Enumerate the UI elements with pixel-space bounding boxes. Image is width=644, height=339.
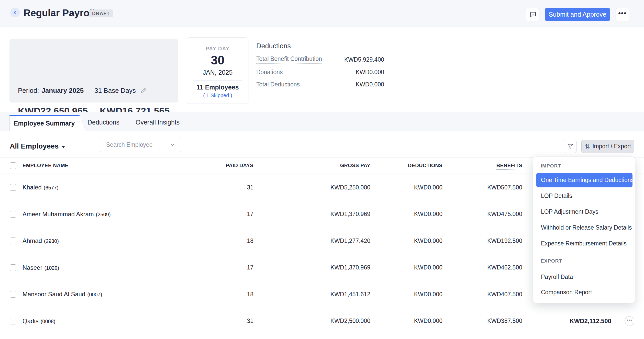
deduction-row: Total Deductions KWD0.000	[256, 80, 384, 88]
search-employee-select[interactable]: Search Employee	[100, 137, 181, 152]
edit-pencil-icon[interactable]	[140, 87, 147, 94]
import-export-menu: IMPORT One Time Earnings and Deductions …	[533, 156, 635, 303]
menu-item-payroll-data[interactable]: Payroll Data	[541, 273, 573, 281]
caret-down-icon	[62, 146, 65, 148]
page-title: Regular Payroll	[24, 8, 95, 19]
period-label: Period:	[18, 87, 39, 95]
tab-overall-insights[interactable]: Overall Insights	[136, 118, 180, 126]
row-more-button[interactable]: •••	[625, 316, 634, 326]
donations-value: KWD0.000	[356, 69, 384, 76]
benefits-cell: KWD462.500	[442, 264, 522, 271]
gross-pay-cell: KWD1,277.420	[253, 238, 370, 244]
deductions-cell: KWD0.000	[370, 211, 442, 218]
ellipsis-icon: •••	[618, 9, 626, 17]
select-all-checkbox[interactable]	[10, 162, 16, 169]
gross-pay-cell: KWD2,500.000	[253, 318, 370, 324]
gross-pay-cell: KWD1,370.969	[253, 264, 370, 271]
row-checkbox[interactable]	[10, 291, 16, 298]
back-button[interactable]	[10, 8, 20, 17]
payday-card: PAY DAY 30 JAN, 2025 11 Employees ( 1 Sk…	[187, 37, 248, 104]
benefits-cell: KWD507.500	[442, 184, 522, 191]
col-gross-pay: GROSS PAY	[253, 163, 370, 168]
payday-title: PAY DAY	[187, 46, 248, 52]
chevron-left-icon	[12, 10, 18, 15]
skipped-employees-link[interactable]: ( 1 Skipped )	[187, 93, 248, 98]
menu-item-expense-reimbursement[interactable]: Expense Reimbursement Details	[541, 239, 627, 247]
deductions-cell: KWD0.000	[370, 291, 442, 298]
row-checkbox[interactable]	[10, 184, 16, 191]
employee-name-cell: Naseer(1029)	[23, 264, 218, 271]
import-export-arrows-icon: ⇅	[585, 143, 590, 150]
menu-divider	[533, 253, 635, 253]
filter-button[interactable]	[564, 140, 577, 153]
total-deductions-label: Total Deductions	[256, 81, 300, 88]
employee-name-cell: Mansoor Saud Al Saud(0007)	[23, 291, 218, 298]
import-export-label: Import / Export	[592, 143, 631, 150]
comments-button[interactable]	[526, 8, 539, 21]
paid-days-cell: 17	[218, 211, 253, 218]
donations-label: Donations	[256, 69, 283, 76]
deductions-cell: KWD0.000	[370, 318, 442, 324]
col-paid-days: PAID DAYS	[218, 163, 253, 168]
menu-export-heading: EXPORT	[541, 258, 562, 264]
paid-days-cell: 31	[218, 184, 253, 191]
chevron-down-icon	[169, 141, 176, 148]
employee-name-cell: Ahmad(2930)	[23, 237, 218, 244]
import-export-button[interactable]: ⇅ Import / Export	[581, 140, 634, 153]
divider	[193, 80, 242, 81]
tab-label: Employee Summary	[9, 116, 79, 130]
employee-name-cell: Qadis(0008)	[23, 318, 218, 325]
gross-pay-cell: KWD1,370.969	[253, 211, 370, 218]
gross-pay-cell: KWD5,250.000	[253, 184, 370, 191]
menu-import-heading: IMPORT	[541, 163, 561, 169]
total-benefit-contribution-value: KWD5,929.400	[344, 56, 384, 63]
ellipsis-icon: •••	[627, 318, 632, 323]
search-placeholder: Search Employee	[106, 141, 153, 148]
benefits-cell: KWD192.500	[442, 238, 522, 244]
menu-item-one-time-earnings[interactable]: One Time Earnings and Deductions	[536, 173, 632, 187]
payday-employee-count: 11 Employees	[187, 84, 248, 91]
submit-and-approve-button[interactable]: Submit and Approve	[545, 8, 610, 21]
net-pay-cell: KWD2,112.500	[522, 318, 611, 325]
payroll-run-page: Regular Payroll DRAFT Submit and Approve…	[0, 0, 644, 339]
deductions-cell: KWD0.000	[370, 238, 442, 244]
deduction-row: Total Benefit Contribution KWD5,929.400	[256, 55, 384, 64]
comment-bubble-icon	[529, 11, 537, 18]
row-checkbox[interactable]	[10, 211, 16, 218]
status-badge: DRAFT	[89, 9, 113, 17]
paid-days-cell: 18	[218, 238, 253, 244]
gross-pay-cell: KWD1,451.612	[253, 291, 370, 298]
period-line: Period: January 2025 31 Base Days	[18, 86, 147, 95]
row-checkbox[interactable]	[10, 318, 16, 324]
benefits-cell: KWD407.500	[442, 291, 522, 298]
row-checkbox[interactable]	[10, 264, 16, 271]
deductions-cell: KWD0.000	[370, 184, 442, 191]
menu-item-comparison-report[interactable]: Comparison Report	[541, 288, 592, 296]
row-actions: •••	[611, 316, 634, 326]
base-days-label: 31 Base Days	[94, 87, 136, 95]
more-options-button[interactable]: •••	[616, 8, 629, 21]
menu-item-lop-adjustment-days[interactable]: LOP Adjustment Days	[541, 208, 598, 216]
group-filter-label: All Employees	[10, 142, 59, 150]
paid-days-cell: 18	[218, 291, 253, 298]
menu-item-lop-details[interactable]: LOP Details	[541, 192, 572, 200]
period-value: January 2025	[41, 87, 84, 95]
total-deductions-value: KWD0.000	[356, 81, 384, 88]
employee-group-filter[interactable]: All Employees	[10, 142, 65, 151]
deductions-cell: KWD0.000	[370, 264, 442, 271]
benefits-cell: KWD475.000	[442, 211, 522, 218]
tab-employee-summary[interactable]: Employee Summary	[9, 115, 86, 131]
funnel-icon	[567, 143, 574, 150]
tab-deductions[interactable]: Deductions	[87, 118, 119, 126]
payday-day: 30	[187, 53, 248, 67]
employee-name-cell: Ameer Muhammad Akram(2509)	[23, 211, 218, 218]
col-benefits: BENEFITS	[442, 163, 522, 168]
table-row[interactable]: Qadis(0008) 31 KWD2,500.000 KWD0.000 KWD…	[0, 308, 644, 335]
paid-days-cell: 17	[218, 264, 253, 271]
payday-date: JAN, 2025	[187, 69, 248, 76]
employee-name-cell: Khaled(6577)	[23, 184, 218, 191]
menu-item-withhold-release-salary[interactable]: Withhold or Release Salary Details	[541, 223, 632, 232]
row-checkbox[interactable]	[10, 238, 16, 244]
total-benefit-contribution-label: Total Benefit Contribution	[256, 55, 322, 64]
top-bar: Regular Payroll DRAFT Submit and Approve…	[0, 0, 644, 27]
